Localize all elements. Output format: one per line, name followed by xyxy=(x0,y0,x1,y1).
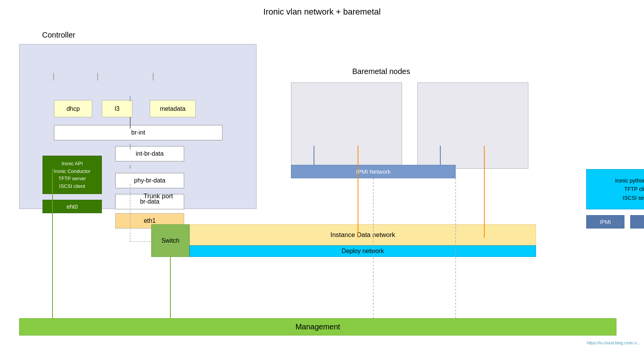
controller-label: Controller xyxy=(42,31,75,39)
trunk-port-label: Trunk port xyxy=(144,192,173,200)
deploy-network-bar: Deploy network xyxy=(190,245,536,257)
int-br-data-box: int-br-data xyxy=(115,146,184,161)
management-bar: Management xyxy=(19,318,616,335)
eht0-controller-box: eht0 xyxy=(42,200,102,213)
dhcp-box: dhcp xyxy=(54,100,92,117)
baremetal-label: Baremetal nodes xyxy=(352,67,410,76)
ipmi-box1: IPMI xyxy=(586,215,624,229)
phy-br-data-box: phy-br-data xyxy=(115,173,184,188)
diagram: Ironic vlan network + baremetal Controll… xyxy=(0,0,644,347)
watermark: https://is-cloud.blog.csdn.n... xyxy=(587,340,640,345)
switch-box: Switch xyxy=(151,224,190,257)
eht0-bm1-box: eht0 xyxy=(630,215,644,229)
page-title: Ironic vlan network + baremetal xyxy=(0,7,644,17)
baremetal-node1-box: Ironic python agentTFTP clientISCSI serv… xyxy=(291,82,402,169)
br-int-box: br-int xyxy=(54,125,222,140)
instance-data-bar: Instance Data network xyxy=(190,224,536,245)
ipa-box1: Ironic python agentTFTP clientISCSI serv… xyxy=(586,169,644,209)
baremetal-node2-box: Ironic python agentTFTP clientISCSI serv… xyxy=(417,82,528,169)
l3-box: l3 xyxy=(102,100,132,117)
metadata-box: metadata xyxy=(150,100,196,117)
ironic-api-box: Ironic APIIronic ConductorTFTP serverISC… xyxy=(42,156,102,194)
controller-box: dhcp l3 metadata br-int int-br-data phy-… xyxy=(19,44,257,209)
ipmi-network-bar: IPMI Network xyxy=(291,165,456,178)
